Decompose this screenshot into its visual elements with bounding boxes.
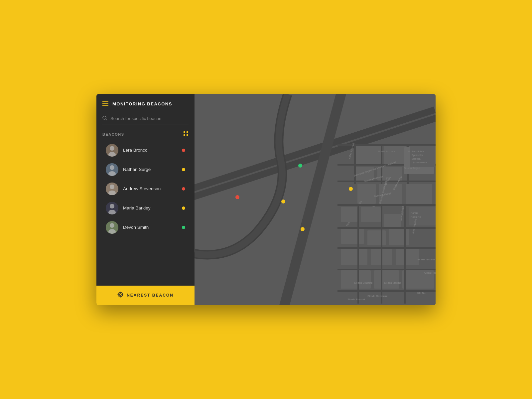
sidebar-title: MONITORING BEACONS <box>112 101 172 106</box>
search-icon <box>102 116 107 121</box>
status-dot <box>182 187 185 191</box>
status-dot <box>182 206 185 210</box>
svg-rect-78 <box>396 247 419 265</box>
svg-rect-75 <box>389 229 409 245</box>
svg-text:Biserica: Biserica <box>412 157 421 160</box>
svg-rect-85 <box>337 269 436 270</box>
svg-text:Lipoveneasca: Lipoveneasca <box>412 161 427 164</box>
status-dot <box>182 149 185 152</box>
svg-rect-2 <box>184 131 185 133</box>
svg-point-10 <box>110 165 114 170</box>
beacon-name: Nathan Surge <box>123 167 182 172</box>
svg-line-1 <box>106 119 107 120</box>
beacon-name: Lera Bronco <box>123 148 182 153</box>
beacons-section: BEACONS <box>96 131 195 286</box>
svg-point-19 <box>110 223 114 228</box>
svg-text:Bd. N...: Bd. N... <box>417 291 426 294</box>
svg-rect-3 <box>187 131 188 133</box>
svg-rect-79 <box>341 270 371 289</box>
svg-rect-80 <box>374 270 399 289</box>
target-icon <box>117 292 123 299</box>
beacons-label: BEACONS <box>102 132 124 136</box>
svg-rect-4 <box>184 134 185 136</box>
svg-point-7 <box>110 146 114 151</box>
svg-text:Strada Orientului: Strada Orientului <box>367 295 387 298</box>
beacons-label-row: BEACONS <box>102 131 189 138</box>
search-box <box>102 116 189 124</box>
hamburger-icon[interactable] <box>102 101 108 106</box>
svg-text:Strada Frunzei: Strada Frunzei <box>347 298 365 301</box>
status-dot <box>182 226 185 229</box>
svg-rect-73 <box>341 227 364 244</box>
sidebar: MONITORING BEACONS BEACONS <box>96 94 195 305</box>
map-pin-green-1[interactable] <box>298 164 302 168</box>
svg-rect-89 <box>404 204 406 304</box>
beacon-list: Lera Bronco Nathan Surge Andrew St <box>102 141 189 237</box>
beacon-name: Andrew Stevenson <box>123 186 182 191</box>
svg-rect-72 <box>384 214 401 227</box>
svg-text:Strada Bradului: Strada Bradului <box>354 281 372 284</box>
svg-rect-82 <box>337 204 436 206</box>
beacon-avatar <box>106 163 118 176</box>
svg-rect-87 <box>357 204 359 304</box>
nearest-beacon-label: NEAREST BEACON <box>127 293 174 298</box>
map-pin-yellow-3[interactable] <box>349 187 353 191</box>
svg-point-13 <box>110 185 114 189</box>
sidebar-header: MONITORING BEACONS <box>96 94 195 112</box>
svg-rect-83 <box>337 227 436 229</box>
svg-rect-44 <box>406 184 432 204</box>
svg-rect-41 <box>354 144 356 184</box>
map-svg: Strada Buznea Strada Palas Sfântul Andre… <box>195 94 436 305</box>
svg-rect-5 <box>187 134 188 136</box>
svg-text:Parcul: Parcul <box>411 211 418 214</box>
beacon-avatar <box>106 221 118 234</box>
svg-text:Parcul Sala: Parcul Sala <box>412 150 425 153</box>
beacon-item[interactable]: Lera Bronco <box>102 141 189 160</box>
svg-rect-76 <box>341 247 367 265</box>
beacon-item[interactable]: Maria Barkley <box>102 199 189 217</box>
svg-point-22 <box>119 294 121 296</box>
svg-rect-31 <box>354 146 381 164</box>
nearest-beacon-button[interactable]: NEAREST BEACON <box>96 286 195 305</box>
beacon-avatar <box>106 183 118 195</box>
svg-rect-70 <box>341 207 357 222</box>
svg-point-16 <box>110 204 114 208</box>
svg-text:Sporturilor: Sporturilor <box>412 154 423 157</box>
svg-text:Strada Nicolina: Strada Nicolina <box>417 258 436 261</box>
svg-text:Strada Buznea: Strada Buznea <box>377 150 395 153</box>
beacon-item[interactable]: Nathan Surge <box>102 160 189 179</box>
map-pin-yellow-1[interactable] <box>281 200 285 203</box>
status-dot <box>182 168 185 171</box>
search-area <box>96 112 195 131</box>
svg-rect-71 <box>361 207 381 222</box>
beacon-item[interactable]: Andrew Stevenson <box>102 180 189 198</box>
beacon-avatar <box>106 144 118 157</box>
svg-rect-88 <box>381 204 382 304</box>
svg-rect-84 <box>337 247 436 249</box>
search-input[interactable] <box>110 116 189 121</box>
svg-text:Podu Ro: Podu Ro <box>411 215 421 218</box>
beacon-name: Maria Barkley <box>123 205 182 210</box>
app-container: MONITORING BEACONS BEACONS <box>96 94 436 305</box>
grid-icon[interactable] <box>183 131 189 138</box>
beacon-item[interactable]: Devon Smith <box>102 218 189 237</box>
map-pin-yellow-2[interactable] <box>301 227 305 231</box>
map-area: Strada Buznea Strada Palas Sfântul Andre… <box>195 94 436 305</box>
svg-rect-74 <box>367 230 386 245</box>
beacon-avatar <box>106 202 118 214</box>
beacon-name: Devon Smith <box>123 225 182 230</box>
svg-text:Aleea Rozelor: Aleea Rozelor <box>424 271 436 274</box>
svg-text:Strada Mașinii: Strada Mașinii <box>384 281 401 284</box>
